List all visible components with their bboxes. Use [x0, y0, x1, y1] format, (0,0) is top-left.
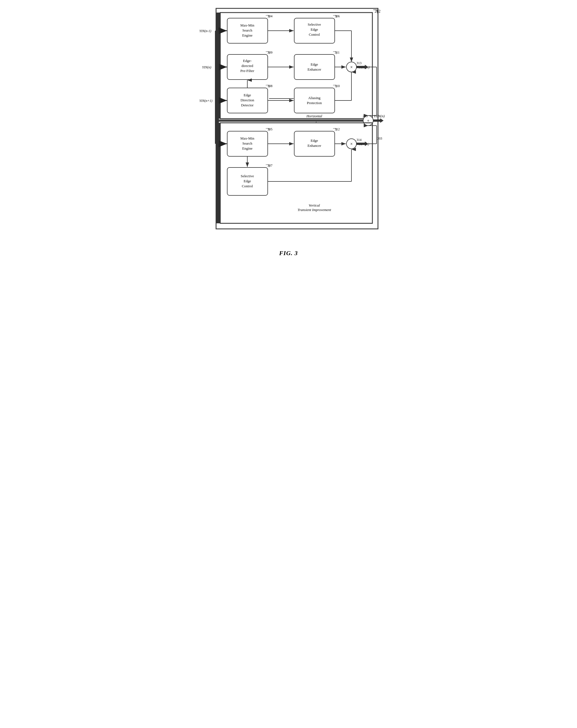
- add-symbol-205: +: [367, 119, 369, 123]
- maxmin-bottom-label3: Engine: [242, 146, 252, 151]
- ref-314: 314: [357, 138, 362, 142]
- selective-edge-bottom-label2: Edge: [243, 179, 251, 183]
- ref-307: 307: [267, 163, 272, 167]
- edge-directed-label2: directed: [241, 63, 253, 68]
- ref-308: 308: [267, 84, 272, 88]
- edge-directed-label3: Pre-Filter: [240, 69, 254, 73]
- selective-edge-bottom-label3: Control: [242, 184, 253, 188]
- aliasing-block: [294, 88, 335, 113]
- yin-n1-label: YIN(n-1): [199, 29, 211, 33]
- ref-310: 310: [335, 84, 340, 88]
- ref-312: 312: [335, 127, 340, 131]
- page-container: 202 Max-Min Search Engine 304 Selective …: [191, 6, 386, 257]
- fig-caption: FIG. 3: [279, 250, 298, 257]
- edge-direction-label1: Edge: [243, 93, 251, 97]
- aliasing-label1: Aliasing: [308, 96, 320, 100]
- edge-enhancer-top-block: [294, 54, 335, 80]
- ref-305: 305: [267, 127, 272, 131]
- diagram-container: 202 Max-Min Search Engine 304 Selective …: [194, 6, 384, 236]
- selective-edge-top-label3: Control: [309, 32, 320, 36]
- ref-309: 309: [267, 51, 272, 54]
- maxmin-top-label3: Engine: [242, 33, 252, 37]
- edge-direction-label3: Detector: [241, 103, 254, 107]
- maxmin-top-label: Max-Min: [240, 23, 254, 27]
- edge-enhancer-bottom-label2: Enhancer: [307, 144, 321, 148]
- yin-n-label: YIN(n): [202, 65, 211, 69]
- yen-output-arrow: [373, 120, 380, 122]
- edge-direction-label2: Direction: [240, 98, 254, 102]
- edge-enhancer-bottom-label1: Edge: [310, 138, 318, 142]
- multiply-symbol-314: ×: [350, 141, 352, 146]
- multiply-symbol-313: ×: [350, 65, 352, 70]
- aliasing-label2: Protection: [307, 101, 322, 105]
- selective-edge-top-label1: Selective: [308, 22, 321, 27]
- yeh-output-arrow: [357, 66, 365, 68]
- ref-205: 205: [363, 114, 368, 118]
- yen-output-arrowhead: [380, 119, 384, 123]
- horizontal-divider: [216, 120, 372, 122]
- vertical-label1: Vertical: [309, 203, 320, 207]
- edge-directed-label1: Edge-: [243, 59, 252, 63]
- ref-313: 313: [357, 61, 362, 65]
- edge-enhancer-top-label2: Enhancer: [307, 67, 321, 72]
- maxmin-bottom-label1: Max-Min: [240, 136, 254, 140]
- selective-edge-bottom-label1: Selective: [241, 174, 254, 178]
- yev-output-arrow: [357, 142, 365, 145]
- ref-304: 304: [267, 14, 272, 18]
- selective-edge-top-label2: Edge: [310, 27, 318, 31]
- yin-np1-label: YIN(n+1): [199, 99, 212, 103]
- ref-203: 203: [377, 136, 382, 140]
- ref-306: 306: [335, 14, 340, 18]
- edge-enhancer-top-label1: Edge: [310, 62, 318, 67]
- maxmin-top-label2: Search: [242, 28, 252, 32]
- horizontal-label1: Horizontal: [306, 114, 322, 118]
- maxmin-bottom-label2: Search: [242, 141, 252, 146]
- vertical-label2: Transient Improvement: [297, 208, 331, 212]
- ref-311: 311: [335, 51, 340, 54]
- yen-label: YEN(n): [374, 114, 385, 118]
